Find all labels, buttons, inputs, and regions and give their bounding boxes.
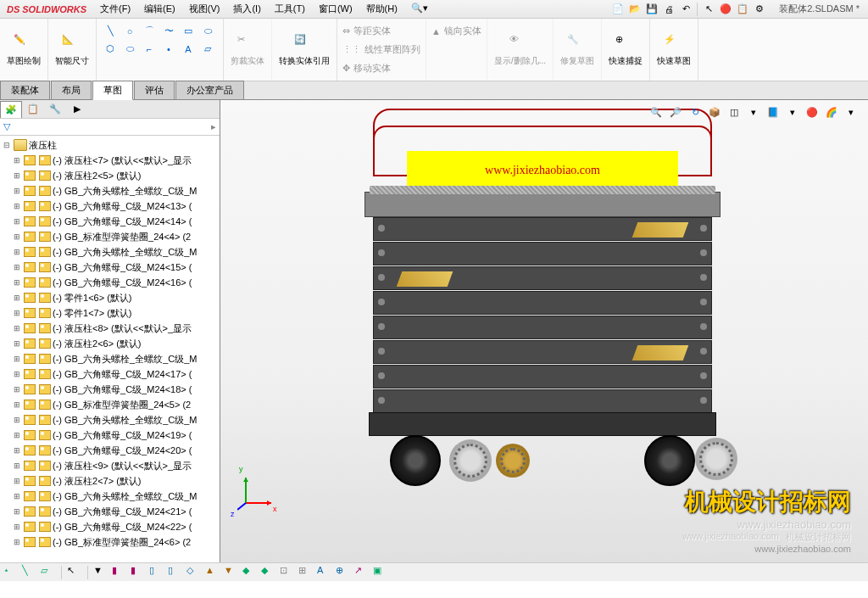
save-icon[interactable]: 💾 bbox=[644, 2, 659, 17]
tool-5-icon[interactable]: ◇ bbox=[186, 565, 202, 580]
spline-tool-icon[interactable]: 〜 bbox=[160, 24, 177, 39]
scene-icon[interactable]: ▾ bbox=[784, 103, 801, 120]
tree-item[interactable]: ⊞(-) GB_标准型弹簧垫圈_24<5> (2 bbox=[2, 397, 218, 412]
tool-14-icon[interactable]: ↗ bbox=[354, 565, 370, 580]
feature-tree-tab-icon[interactable]: 🧩 bbox=[0, 101, 22, 118]
expand-icon[interactable]: ⊞ bbox=[12, 523, 22, 531]
tool-4-icon[interactable]: ▯ bbox=[168, 565, 183, 580]
3d-model[interactable]: www.jixiezhaobiao.com bbox=[356, 109, 729, 507]
expand-icon[interactable]: ⊞ bbox=[12, 400, 22, 409]
tree-item[interactable]: ⊞(-) 零件1<7> (默认) bbox=[2, 305, 218, 321]
graphics-viewport[interactable]: 🔍 🔎 ↻ 📦 ◫ ▾ 📘 ▾ 🔴 🌈 ▾ www.jixiezhaobiao.… bbox=[220, 100, 868, 562]
expand-icon[interactable]: ⊞ bbox=[12, 171, 22, 180]
expand-icon[interactable]: ⊞ bbox=[12, 278, 22, 287]
menu-window[interactable]: 窗口(W) bbox=[312, 0, 359, 18]
quick-snap-button[interactable]: ⊕ 快速捕捉 bbox=[607, 32, 644, 67]
tree-item[interactable]: ⊞(-) GB_标准型弹簧垫圈_24<4> (2 bbox=[2, 229, 218, 244]
expand-icon[interactable]: ⊞ bbox=[12, 446, 22, 455]
menu-file[interactable]: 文件(F) bbox=[93, 0, 137, 18]
expand-icon[interactable]: ⊞ bbox=[12, 309, 22, 317]
expand-icon[interactable]: ⊞ bbox=[12, 263, 22, 271]
tree-item[interactable]: ⊞(-) GB_六角螺母_C级_M24<13> ( bbox=[2, 198, 218, 214]
tool-8-icon[interactable]: ◆ bbox=[242, 565, 258, 580]
tree-item[interactable]: ⊞(-) GB_标准型弹簧垫圈_24<6> (2 bbox=[2, 534, 218, 550]
collapse-icon[interactable]: ⊟ bbox=[2, 141, 12, 149]
tree-item[interactable]: ⊞(-) GB_六角头螺栓_全螺纹_C级_M bbox=[2, 489, 218, 504]
menu-edit[interactable]: 编辑(E) bbox=[137, 0, 182, 18]
circle-tool-icon[interactable]: ○ bbox=[121, 24, 138, 39]
view-more-icon[interactable]: ▾ bbox=[843, 103, 860, 120]
filter-arrow-icon[interactable]: ▸ bbox=[211, 121, 216, 132]
expand-icon[interactable]: ⊞ bbox=[12, 355, 22, 363]
text-tool-icon[interactable]: A bbox=[180, 42, 197, 57]
new-doc-icon[interactable]: 📄 bbox=[610, 2, 626, 17]
tool-13-icon[interactable]: ⊕ bbox=[336, 565, 351, 580]
tab-evaluate[interactable]: 评估 bbox=[134, 81, 175, 99]
print-icon[interactable]: 🖨 bbox=[661, 2, 676, 17]
tree-item[interactable]: ⊞(-) GB_六角头螺栓_全螺纹_C级_M bbox=[2, 183, 218, 198]
tool-2-icon[interactable]: ▮ bbox=[131, 565, 146, 580]
tool-1-icon[interactable]: ▮ bbox=[112, 565, 127, 580]
tree-root[interactable]: ⊟ 液压柱 bbox=[2, 137, 218, 153]
tree-item[interactable]: ⊞(-) 液压柱<8> (默认<<默认>_显示 bbox=[2, 321, 218, 336]
expand-icon[interactable]: ⊞ bbox=[12, 248, 22, 256]
expand-icon[interactable]: ⊞ bbox=[12, 507, 22, 516]
tree-item[interactable]: ⊞(-) GB_六角头螺栓_全螺纹_C级_M bbox=[2, 244, 218, 260]
tree-item[interactable]: ⊞(-) GB_六角螺母_C级_M24<14> ( bbox=[2, 214, 218, 229]
property-tab-icon[interactable]: 📋 bbox=[22, 101, 44, 118]
open-icon[interactable]: 📂 bbox=[627, 2, 643, 17]
hide-show-icon[interactable]: 📘 bbox=[765, 103, 782, 120]
tree-item[interactable]: ⊞(-) GB_六角螺母_C级_M24<16> ( bbox=[2, 275, 218, 290]
expand-icon[interactable]: ⊞ bbox=[12, 339, 22, 348]
tab-sketch[interactable]: 草图 bbox=[92, 81, 133, 100]
plane-tool-icon[interactable]: ▱ bbox=[199, 42, 216, 57]
expand-icon[interactable]: ⊞ bbox=[12, 370, 22, 378]
menu-help[interactable]: 帮助(H) bbox=[359, 0, 404, 18]
menu-tools[interactable]: 工具(T) bbox=[268, 0, 312, 18]
tool-9-icon[interactable]: ◆ bbox=[261, 565, 276, 580]
tree-item[interactable]: ⊞(-) 液压柱2<6> (默认) bbox=[2, 336, 218, 351]
expand-icon[interactable]: ⊞ bbox=[12, 293, 22, 302]
tab-office[interactable]: 办公室产品 bbox=[175, 81, 244, 99]
expand-icon[interactable]: ⊞ bbox=[12, 187, 22, 195]
filter-edge-icon[interactable]: ╲ bbox=[22, 565, 37, 580]
line-tool-icon[interactable]: ╲ bbox=[102, 24, 119, 39]
sketch-button[interactable]: ✏️ 草图绘制 bbox=[5, 32, 42, 67]
select-icon[interactable]: ↖ bbox=[701, 2, 716, 17]
tree-item[interactable]: ⊞(-) GB_六角螺母_C级_M24<15> ( bbox=[2, 260, 218, 275]
tool-10-icon[interactable]: ⊡ bbox=[280, 565, 295, 580]
section-view-icon[interactable]: ◫ bbox=[726, 103, 743, 120]
tree-item[interactable]: ⊞(-) 液压柱2<5> (默认) bbox=[2, 168, 218, 183]
ellipse-tool-icon[interactable]: ⬭ bbox=[121, 42, 138, 57]
tree-item[interactable]: ⊞(-) GB_六角头螺栓_全螺纹_C级_M bbox=[2, 351, 218, 366]
view-settings-icon[interactable]: ▾ bbox=[745, 103, 762, 120]
tool-6-icon[interactable]: ▲ bbox=[205, 565, 220, 580]
tree-item[interactable]: ⊞(-) GB_六角螺母_C级_M24<22> ( bbox=[2, 519, 218, 534]
config-tab-icon[interactable]: 🔧 bbox=[44, 101, 66, 118]
expand-icon[interactable]: ⊞ bbox=[12, 431, 22, 439]
filter-face-icon[interactable]: ▱ bbox=[41, 565, 56, 580]
tool-12-icon[interactable]: A bbox=[317, 565, 332, 580]
rebuild-icon[interactable]: 🔴 bbox=[718, 2, 733, 17]
slot-tool-icon[interactable]: ⬭ bbox=[199, 24, 216, 39]
undo-icon[interactable]: ↶ bbox=[678, 2, 693, 17]
expand-icon[interactable]: ⊞ bbox=[12, 156, 22, 165]
tree-item[interactable]: ⊞(-) 液压柱2<7> (默认) bbox=[2, 473, 218, 489]
tool-3-icon[interactable]: ▯ bbox=[149, 565, 164, 580]
tree-item[interactable]: ⊞(-) GB_六角螺母_C级_M24<17> ( bbox=[2, 366, 218, 382]
appearance-icon[interactable]: 🔴 bbox=[804, 103, 821, 120]
display-tab-icon[interactable]: ▶ bbox=[66, 101, 88, 118]
expand-icon[interactable]: ⊞ bbox=[12, 217, 22, 226]
tree-item[interactable]: ⊞(-) 液压柱<7> (默认<<默认>_显示 bbox=[2, 153, 218, 168]
expand-icon[interactable]: ⊞ bbox=[12, 538, 22, 546]
expand-icon[interactable]: ⊞ bbox=[12, 416, 22, 424]
options-icon[interactable]: 📋 bbox=[735, 2, 750, 17]
expand-icon[interactable]: ⊞ bbox=[12, 461, 22, 470]
rapid-sketch-button[interactable]: ⚡ 快速草图 bbox=[655, 32, 693, 67]
tool-15-icon[interactable]: ▣ bbox=[373, 565, 388, 580]
tab-layout[interactable]: 布局 bbox=[51, 81, 92, 99]
view-orient-icon[interactable]: ↻ bbox=[687, 103, 704, 120]
polygon-tool-icon[interactable]: ⬡ bbox=[102, 42, 119, 57]
filter-vertex-icon[interactable]: ⋆ bbox=[3, 565, 19, 580]
tree-item[interactable]: ⊞(-) GB_六角螺母_C级_M24<19> ( bbox=[2, 428, 218, 443]
